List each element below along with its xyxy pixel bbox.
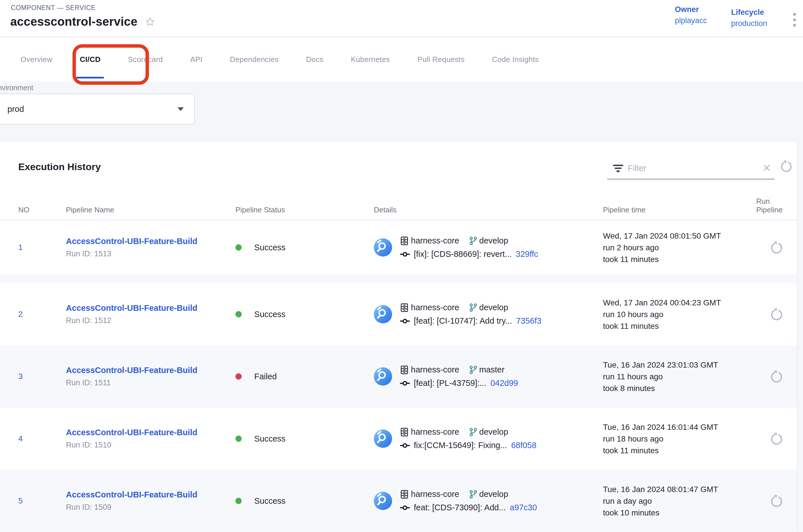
tab-overview[interactable]: Overview xyxy=(21,38,53,81)
tab-code-insights[interactable]: Code Insights xyxy=(492,38,539,81)
row-separator xyxy=(0,274,797,283)
pipeline-duration: took 10 minutes xyxy=(603,507,756,518)
filter-field xyxy=(607,158,775,179)
table-row: 2 AccessControl-UBI-Feature-Build Run ID… xyxy=(0,283,797,345)
pipeline-name-link[interactable]: AccessControl-UBI-Feature-Build xyxy=(66,236,197,246)
status-label: Success xyxy=(254,434,286,443)
run-pipeline-button[interactable] xyxy=(770,241,783,254)
tab-ci-cd[interactable]: CI/CD xyxy=(80,38,101,81)
repository-icon xyxy=(400,303,409,312)
branch-name[interactable]: develop xyxy=(479,303,508,312)
pipeline-name-link[interactable]: AccessControl-UBI-Feature-Build xyxy=(66,366,197,375)
branch-name[interactable]: develop xyxy=(479,490,508,499)
status-label: Success xyxy=(254,243,286,252)
run-id-label: Run ID: 1509 xyxy=(66,503,235,512)
build-pipeline-icon[interactable] xyxy=(374,238,392,256)
row-number[interactable]: 4 xyxy=(18,434,66,443)
tab-kubernetes[interactable]: Kubernetes xyxy=(351,38,390,81)
build-pipeline-icon[interactable] xyxy=(374,430,392,448)
owner-meta: Owner plplayacc xyxy=(675,5,707,25)
pipeline-time-cell: Tue, 16 Jan 2024 16:01:44 GMT run 18 hou… xyxy=(603,421,756,456)
pipeline-date: Wed, 17 Jan 2024 00:04:23 GMT xyxy=(603,297,756,308)
run-pipeline-button[interactable] xyxy=(770,369,783,383)
commit-message: feat: [CDS-73090]: Add... xyxy=(414,503,506,512)
repository-icon xyxy=(400,236,409,245)
column-header: NO xyxy=(18,206,66,220)
details-cell: harness-core master [feat]: [PL-43759]:.… xyxy=(374,365,603,388)
filter-input[interactable] xyxy=(624,164,762,173)
row-number[interactable]: 1 xyxy=(18,243,66,252)
filter-icon xyxy=(612,164,624,173)
repo-name[interactable]: harness-core xyxy=(411,365,459,375)
run-pipeline-button[interactable] xyxy=(770,307,783,321)
commit-sha-link[interactable]: a97c30 xyxy=(510,503,537,512)
build-pipeline-icon[interactable] xyxy=(374,305,392,323)
favorite-star-icon[interactable] xyxy=(145,16,155,27)
git-commit-icon xyxy=(400,442,410,449)
git-commit-icon xyxy=(400,505,410,511)
git-commit-icon xyxy=(400,380,410,386)
tab-pull-requests[interactable]: Pull Requests xyxy=(417,38,464,81)
commit-sha-link[interactable]: 68f058 xyxy=(511,441,536,450)
column-header: Pipeline time xyxy=(603,206,756,220)
chevron-down-icon xyxy=(177,107,184,111)
commit-sha-link[interactable]: 329ffc xyxy=(516,249,538,259)
build-pipeline-icon[interactable] xyxy=(374,367,392,385)
column-header: Run Pipeline xyxy=(756,197,797,220)
table-row: 5 AccessControl-UBI-Feature-Build Run ID… xyxy=(0,470,797,532)
pipeline-duration: took 8 minutes xyxy=(603,382,756,394)
status-label: Success xyxy=(254,310,286,319)
execution-history-panel: Execution History NOPipeline NamePipelin… xyxy=(0,142,797,532)
pipeline-duration: took 11 minutes xyxy=(603,445,756,456)
status-label: Success xyxy=(254,496,286,506)
pipeline-name-link[interactable]: AccessControl-UBI-Feature-Build xyxy=(66,490,197,499)
branch-name[interactable]: develop xyxy=(479,236,508,245)
environment-label: Environment xyxy=(0,83,33,92)
branch-name[interactable]: master xyxy=(479,365,504,375)
pipeline-date: Tue, 16 Jan 2024 23:01:03 GMT xyxy=(603,359,756,371)
lifecycle-meta: Lifecycle production xyxy=(731,8,767,28)
status-dot-icon xyxy=(235,436,242,442)
tab-docs[interactable]: Docs xyxy=(306,38,324,81)
commit-sha-link[interactable]: 7356f3 xyxy=(516,316,541,326)
owner-value-link[interactable]: plplayacc xyxy=(675,16,707,25)
table-body: 1 AccessControl-UBI-Feature-Build Run ID… xyxy=(0,220,797,532)
branch-name[interactable]: develop xyxy=(479,427,508,437)
commit-message: fix:[CCM-15649]: Fixing... xyxy=(414,441,507,450)
pipeline-time-cell: Wed, 17 Jan 2024 08:01:50 GMT run 2 hour… xyxy=(603,230,756,265)
status-label: Failed xyxy=(254,372,277,381)
row-number[interactable]: 5 xyxy=(18,496,66,506)
environment-section: Environment prod xyxy=(0,81,803,142)
clear-filter-icon[interactable] xyxy=(762,163,771,174)
commit-sha-link[interactable]: 042d99 xyxy=(491,378,518,388)
refresh-icon[interactable] xyxy=(780,159,793,174)
git-branch-icon xyxy=(469,303,477,312)
run-pipeline-button[interactable] xyxy=(770,432,783,445)
commit-message: [feat]: [PL-43759]:... xyxy=(414,378,486,388)
repository-icon xyxy=(400,428,409,437)
pipeline-name-link[interactable]: AccessControl-UBI-Feature-Build xyxy=(66,303,197,313)
pipeline-ran-ago: run 11 hours ago xyxy=(603,371,756,382)
repo-name[interactable]: harness-core xyxy=(411,303,459,312)
git-branch-icon xyxy=(469,236,477,245)
repo-name[interactable]: harness-core xyxy=(411,427,459,437)
repository-icon xyxy=(400,490,409,499)
tab-api[interactable]: API xyxy=(190,38,202,81)
entity-header: COMPONENT — SERVICE accesscontrol-servic… xyxy=(0,0,803,37)
column-header: Pipeline Name xyxy=(66,206,235,220)
pipeline-name-link[interactable]: AccessControl-UBI-Feature-Build xyxy=(66,428,197,437)
tab-dependencies[interactable]: Dependencies xyxy=(230,38,279,81)
more-options-kebab-icon[interactable] xyxy=(789,10,800,30)
tab-scorecard[interactable]: Scorecard xyxy=(128,38,162,81)
repo-name[interactable]: harness-core xyxy=(411,236,459,245)
lifecycle-label: Lifecycle xyxy=(731,8,767,17)
build-pipeline-icon[interactable] xyxy=(374,492,392,510)
git-branch-icon xyxy=(469,490,477,499)
environment-dropdown[interactable]: prod xyxy=(0,94,195,125)
status-dot-icon xyxy=(235,498,242,504)
row-number[interactable]: 2 xyxy=(18,310,66,319)
repo-name[interactable]: harness-core xyxy=(411,490,459,499)
row-number[interactable]: 3 xyxy=(18,372,66,381)
run-pipeline-button[interactable] xyxy=(770,494,783,508)
details-cell: harness-core develop [fix]: [CDS-88669]:… xyxy=(374,236,603,259)
